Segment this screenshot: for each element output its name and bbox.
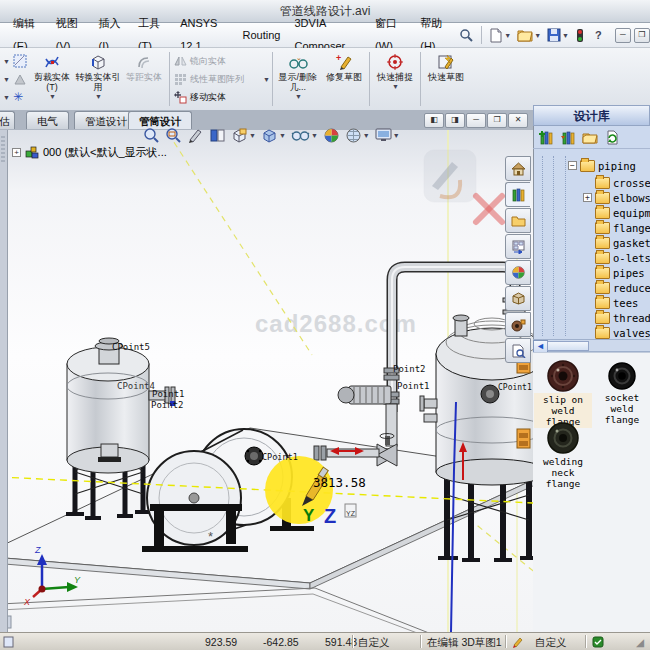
add-to-library-button[interactable]: [537, 129, 555, 147]
add-file-location-button[interactable]: [559, 129, 577, 147]
dropdown-arrow-icon[interactable]: ▼: [263, 76, 270, 83]
dropdown-arrow-icon[interactable]: ▼: [295, 92, 302, 102]
tree-guide-line: [565, 156, 566, 336]
tree-expand-icon[interactable]: +: [12, 148, 21, 157]
dropdown-arrow-icon[interactable]: ▼: [49, 92, 56, 102]
tree-node-o-lets[interactable]: o-lets: [595, 250, 650, 265]
save-button[interactable]: ▼: [545, 27, 571, 43]
convert-entities-button[interactable]: 转换实体引用 ▼: [75, 48, 121, 110]
apply-scene-button[interactable]: ▼: [344, 126, 371, 145]
display-delete-relations-button[interactable]: ⌄ 显示/删除几... ▼: [275, 48, 321, 110]
new-document-button[interactable]: ▼: [487, 27, 513, 44]
tree-node-equipment[interactable]: equipment: [595, 205, 650, 220]
quick-sketch-button[interactable]: 快速草图: [423, 48, 469, 110]
tree-node-label: pipes: [613, 267, 645, 279]
status-units-right[interactable]: 自定义: [535, 635, 567, 649]
tree-collapse-icon[interactable]: −: [568, 161, 577, 170]
dropdown-arrow-icon[interactable]: ▼: [562, 32, 569, 39]
dropdown-arrow-icon[interactable]: ▼: [363, 132, 370, 139]
document-close-button[interactable]: ✕: [508, 113, 528, 128]
search-icon[interactable]: [457, 27, 476, 44]
tab-custom-properties[interactable]: [505, 286, 531, 311]
restore-window-button[interactable]: ❒: [634, 28, 650, 43]
tab-routing-library[interactable]: [505, 312, 531, 337]
sketch-pattern-mini-button[interactable]: ▼: [2, 52, 27, 70]
viewport-pane-button-2[interactable]: ◨: [445, 113, 465, 128]
tree-node-tees[interactable]: tees: [595, 295, 638, 310]
confirmation-corner[interactable]: [424, 150, 502, 222]
refresh-button[interactable]: [603, 129, 621, 147]
library-item-socket-weld-flange[interactable]: socket weld flange: [593, 361, 650, 426]
open-document-button[interactable]: ▼: [515, 27, 543, 43]
view-orientation-button[interactable]: ▼: [230, 126, 257, 145]
dropdown-arrow-icon[interactable]: ▼: [534, 32, 541, 39]
feature-tree-root[interactable]: + 000 (默认<默认_显示状...: [12, 145, 167, 160]
tab-evaluate[interactable]: 估: [0, 111, 15, 129]
repair-sketch-label: 修复草图: [326, 72, 362, 82]
tab-design-library[interactable]: [505, 182, 530, 207]
mirror-mini-button[interactable]: ▼: [2, 70, 27, 88]
section-view-button[interactable]: [208, 126, 227, 145]
tab-view-palette[interactable]: [505, 234, 531, 259]
offset-entities-button[interactable]: 等距实体: [121, 48, 167, 110]
dropdown-arrow-icon[interactable]: ▼: [279, 132, 286, 139]
3d-model-canvas[interactable]: cad2688.com: [0, 130, 533, 632]
document-minimize-button[interactable]: ─: [466, 113, 486, 128]
graphics-area[interactable]: cad2688.com: [0, 130, 533, 633]
linear-pattern-button[interactable]: 线性草图阵列: [174, 70, 260, 88]
left-panel-splitter[interactable]: [0, 130, 8, 632]
dropdown-arrow-icon[interactable]: ▼: [504, 32, 511, 39]
mirror-entities-button[interactable]: 镜向实体: [174, 52, 260, 70]
status-green-icon[interactable]: [592, 636, 604, 648]
document-restore-button[interactable]: ❒: [487, 113, 507, 128]
point-mini-button[interactable]: ▼ ✳: [2, 88, 27, 106]
display-style-button[interactable]: ▼: [260, 126, 287, 145]
zoom-to-area-button[interactable]: [164, 126, 183, 145]
trim-entities-button[interactable]: 剪裁实体(T) ▼: [29, 48, 75, 110]
quick-snaps-button[interactable]: 快速捕捉 ▼: [372, 48, 418, 110]
dropdown-arrow-icon[interactable]: ▼: [393, 132, 400, 139]
tree-node-reducers[interactable]: reducers: [595, 280, 650, 295]
library-item-welding-neck-flange[interactable]: welding neck flange: [534, 421, 592, 490]
tab-document-search[interactable]: [505, 338, 531, 363]
dropdown-arrow-icon[interactable]: ▼: [311, 132, 318, 139]
scrollbar-thumb[interactable]: [547, 341, 589, 351]
view-settings-button[interactable]: ▼: [374, 127, 401, 144]
tree-node-flanges[interactable]: flanges: [595, 220, 650, 235]
tab-appearances[interactable]: [505, 260, 531, 285]
tree-expand-icon[interactable]: +: [583, 193, 592, 202]
hide-show-items-button[interactable]: ▼: [290, 127, 319, 144]
dropdown-arrow-icon[interactable]: ▼: [95, 92, 102, 102]
move-entities-button[interactable]: 移动实体: [174, 88, 260, 106]
dimension-value[interactable]: 3813.58: [313, 475, 366, 490]
design-library-tree: − piping crosses + elbows equipment flan…: [533, 150, 650, 339]
tab-solidworks-resources[interactable]: [505, 156, 531, 181]
library-scrollbar[interactable]: ◄: [533, 339, 650, 352]
dropdown-arrow-icon[interactable]: ▼: [392, 82, 399, 92]
tree-node-piping[interactable]: − piping: [568, 158, 636, 173]
menu-routing[interactable]: Routing: [236, 24, 288, 47]
tab-file-explorer[interactable]: [505, 208, 531, 233]
rotate-view-button[interactable]: [186, 126, 205, 145]
tree-node-valves[interactable]: valves: [595, 325, 650, 339]
zoom-to-fit-button[interactable]: [142, 126, 161, 145]
traffic-light-icon[interactable]: [573, 27, 587, 44]
repair-sketch-button[interactable]: + 修复草图: [321, 48, 367, 110]
resize-grip-icon[interactable]: ◢: [636, 635, 644, 649]
library-item-slip-on-weld-flange[interactable]: slip on weld flange: [534, 359, 592, 428]
folder-icon: [595, 207, 610, 219]
minimize-window-button[interactable]: ─: [615, 28, 631, 43]
status-units-left[interactable]: 自定义: [358, 635, 390, 649]
quick-sketch-label: 快速草图: [428, 72, 464, 82]
splitter-grip[interactable]: [1, 136, 5, 162]
tree-node-elbows[interactable]: + elbows: [583, 190, 650, 205]
tree-node-gaskets[interactable]: gaskets: [595, 235, 650, 250]
viewport-pane-button-1[interactable]: ◧: [424, 113, 444, 128]
tab-electrical[interactable]: 电气: [26, 111, 69, 129]
edit-appearance-button[interactable]: [322, 126, 341, 145]
tree-node-crosses[interactable]: crosses: [595, 175, 650, 190]
dropdown-arrow-icon[interactable]: ▼: [249, 132, 256, 139]
tree-node-pipes[interactable]: pipes: [595, 265, 645, 280]
tree-node-threaded[interactable]: threaded: [595, 310, 650, 325]
create-new-folder-button[interactable]: [581, 129, 599, 147]
